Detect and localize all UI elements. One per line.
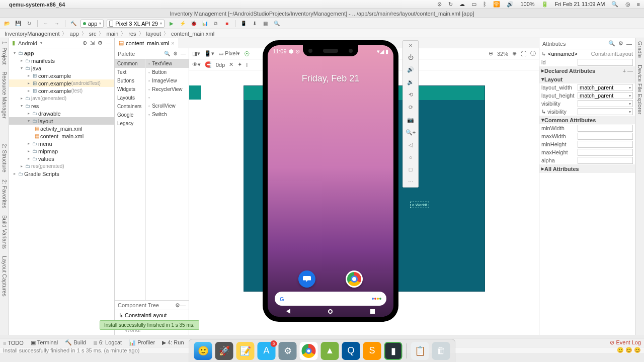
sync-icon[interactable]: ↻ <box>25 20 33 28</box>
view-mode-icon[interactable]: ◨▾ <box>192 50 200 57</box>
nav-recent-icon[interactable] <box>370 309 375 314</box>
comptree-settings-icon[interactable] <box>175 302 180 309</box>
emu-voldown-icon[interactable]: 🔉 <box>407 79 414 85</box>
pack-icon[interactable]: I <box>246 62 248 68</box>
tab-profiler[interactable]: 📊 Profiler <box>129 339 155 346</box>
profile-icon[interactable]: 📊 <box>201 20 209 28</box>
clear-icon[interactable]: ✕ <box>229 61 233 68</box>
dock-qemu-icon[interactable]: Q <box>342 342 360 360</box>
menu-cloud-icon[interactable]: ☁ <box>459 1 465 7</box>
rail-gradle[interactable]: Gradle <box>637 41 643 58</box>
menu-sync-icon[interactable]: ↻ <box>448 1 453 7</box>
zoom-in-icon[interactable]: ⊕ <box>512 50 517 57</box>
add-attr-icon[interactable]: + — <box>623 68 633 74</box>
palette-category[interactable]: Containers <box>115 102 145 111</box>
section-layout[interactable]: ▾ Layout <box>539 75 635 83</box>
menu-screen-icon[interactable]: ▭ <box>471 1 476 7</box>
attr-input[interactable] <box>578 108 633 115</box>
crumb[interactable]: layout <box>145 31 163 37</box>
menu-volume-icon[interactable]: 🔊 <box>507 1 514 7</box>
default-margin[interactable]: 0dp <box>216 62 225 68</box>
project-hide-icon[interactable] <box>106 40 111 46</box>
dock-launchpad-icon[interactable]: 🚀 <box>215 342 233 360</box>
tree-node[interactable]: ▤ content_main.xml <box>9 132 114 140</box>
comptree-hide-icon[interactable] <box>180 302 186 308</box>
attr-input[interactable]: match_parent <box>578 92 633 99</box>
emu-rotleft-icon[interactable]: ⟲ <box>409 92 413 98</box>
dock-sublime-icon[interactable]: S <box>363 342 381 360</box>
module-selector[interactable]: app▾ <box>80 20 104 28</box>
attr-id-input[interactable] <box>578 59 633 66</box>
dock-finder-icon[interactable]: 🙂 <box>194 342 212 360</box>
tree-node[interactable]: ▸🗀 manifests <box>9 57 114 64</box>
palette-item[interactable]: ▫ScrollView <box>146 102 189 110</box>
run-icon[interactable]: ▶ <box>168 20 176 28</box>
palette-search-icon[interactable] <box>164 51 170 56</box>
palette-item[interactable]: ▫Switch <box>146 110 189 119</box>
emu-power-icon[interactable]: ⏻ <box>408 54 414 60</box>
tree-node[interactable]: ▸⊞ com.example <box>9 72 114 79</box>
attr-input[interactable] <box>578 157 633 164</box>
chrome-app-icon[interactable] <box>346 270 363 288</box>
tab-build[interactable]: 🔨 Build <box>65 339 86 346</box>
tree-node[interactable]: ▸🗀 menu <box>9 140 114 147</box>
eye-icon[interactable]: 👁▾ <box>192 61 201 68</box>
tab-logcat[interactable]: ≣ 6: Logcat <box>93 339 122 346</box>
dock-notes-icon[interactable]: 📝 <box>236 342 255 360</box>
palette-category[interactable]: Buttons <box>115 76 145 85</box>
phone-screen[interactable]: 11:09 ⬢ ⊙ ▾◢ ▮ Friday, Feb 21 G <box>268 45 393 317</box>
emu-zoom-icon[interactable]: 🔍+ <box>406 129 416 136</box>
emu-home-icon[interactable]: ○ <box>409 154 413 160</box>
dock-chrome-icon[interactable] <box>300 342 318 360</box>
tab-todo[interactable]: ≡ TODO <box>3 340 24 346</box>
attrs-settings-icon[interactable] <box>618 40 623 47</box>
tree-node[interactable]: ▸⊞ com.example (androidTest) <box>9 79 114 87</box>
tree-node[interactable]: ▸🗀 values <box>9 155 114 162</box>
back-icon[interactable]: ← <box>42 20 50 28</box>
emu-more-icon[interactable]: ⋯ <box>408 178 414 185</box>
dock-appstore-icon[interactable]: A5 <box>258 342 276 360</box>
save-icon[interactable]: 💾 <box>14 20 22 28</box>
api-icon[interactable]: 🞊 <box>244 51 250 57</box>
attr-input[interactable]: match_parent <box>578 84 633 91</box>
tab-run[interactable]: ▶ 4: Run <box>162 339 184 346</box>
palette-category[interactable]: Widgets <box>115 85 145 94</box>
tree-node[interactable]: ▸🗀 Gradle Scripts <box>9 170 114 177</box>
palette-category[interactable]: Text <box>115 68 145 76</box>
emu-rotright-icon[interactable]: ⟳ <box>409 104 413 111</box>
messages-app-icon[interactable] <box>298 270 315 288</box>
section-declared[interactable]: ▸ Declared Attributes+ — <box>539 66 635 75</box>
emu-close-icon[interactable]: ✕ <box>409 43 413 48</box>
crumb[interactable]: src <box>88 31 98 37</box>
rail-layout-captures[interactable]: Layout Captures <box>2 256 8 297</box>
crumb[interactable]: app <box>68 31 80 37</box>
assistant-icon[interactable] <box>372 298 381 300</box>
palette-categories[interactable]: CommonTextButtonsWidgetsLayoutsContainer… <box>115 59 146 300</box>
palette-item[interactable]: ▫Button <box>146 68 189 76</box>
zoom-out-icon[interactable]: ⊖ <box>489 50 493 57</box>
emu-overview-icon[interactable]: □ <box>409 166 413 172</box>
avd-icon[interactable]: 📱 <box>239 20 248 28</box>
project-view-selector[interactable]: Android <box>18 40 37 46</box>
menu-siri-icon[interactable]: ◎ <box>625 1 630 7</box>
dock-androidstudio-icon[interactable]: ▲ <box>321 342 339 360</box>
tree-node[interactable]: ▾🗀 app <box>9 49 114 57</box>
orientation-icon[interactable]: 📱▾ <box>204 50 214 57</box>
attr-input[interactable] <box>578 149 633 156</box>
menu-wifi2-icon[interactable]: 🛜 <box>493 1 500 7</box>
palette-hide-icon[interactable] <box>181 51 186 56</box>
debug-icon[interactable]: 🐞 <box>190 20 198 28</box>
close-tab-icon[interactable]: × <box>171 40 174 46</box>
layout-icon[interactable]: ▦ <box>262 20 270 28</box>
project-collapse-icon[interactable]: ⇲ <box>90 40 95 46</box>
zoom-fit-icon[interactable]: ⛶ <box>521 51 526 57</box>
palette-item[interactable]: ▫RecyclerView <box>146 85 189 94</box>
tree-node[interactable]: ▾🗀 layout <box>9 117 114 125</box>
project-tree[interactable]: ▾🗀 app▸🗀 manifests▾🗀 java▸⊞ com.example▸… <box>9 48 114 335</box>
palette-item[interactable]: ▫TextView <box>146 59 189 68</box>
magnet-icon[interactable]: 🧲 <box>205 61 212 68</box>
nav-back-icon[interactable] <box>286 309 290 314</box>
dock-settings-icon[interactable]: ⚙ <box>279 342 297 360</box>
attrs-hide-icon[interactable] <box>626 41 632 47</box>
tree-node[interactable]: ▸🗀 drawable <box>9 110 114 117</box>
